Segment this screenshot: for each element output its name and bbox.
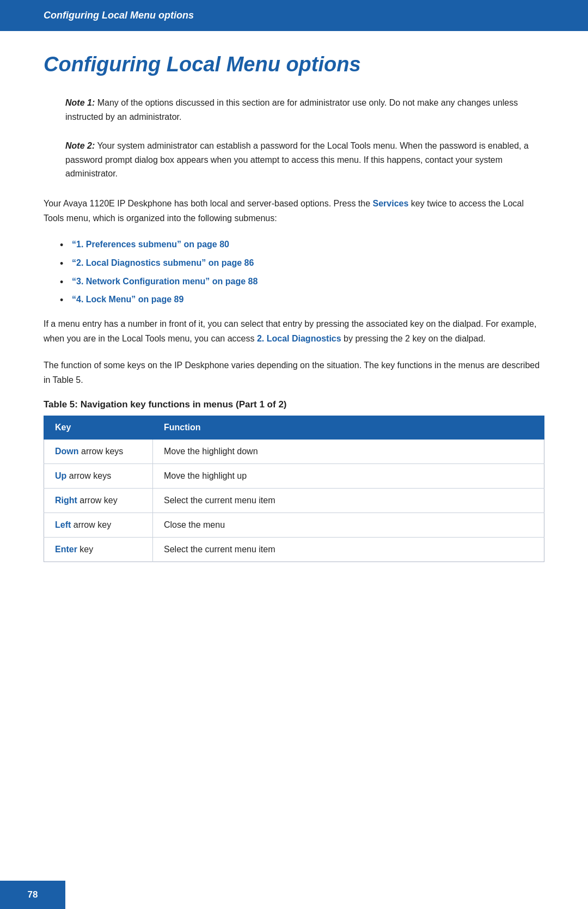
header-bar: Configuring Local Menu options <box>0 0 588 31</box>
services-link[interactable]: Services <box>373 199 409 208</box>
main-content: Configuring Local Menu options Note 1: M… <box>0 31 588 606</box>
table-cell-key-2: Up arrow keys <box>44 464 153 489</box>
footer-bar: 78 <box>0 881 65 909</box>
list-link-3[interactable]: “3. Network Configuration menu” on page … <box>72 277 258 286</box>
key-rest-enter: key <box>77 545 93 554</box>
key-link-enter[interactable]: Enter <box>55 545 77 554</box>
key-rest-up: arrow keys <box>66 471 111 480</box>
table-cell-func-1: Move the highlight down <box>153 440 544 464</box>
note-1-text: Many of the options discussed in this se… <box>65 98 518 121</box>
table-header-row: Key Function <box>44 416 544 440</box>
note-2-text: Your system administrator can establish … <box>65 141 529 178</box>
col-header-key: Key <box>44 416 153 440</box>
table-cell-func-4: Close the menu <box>153 513 544 538</box>
nav-table: Key Function Down arrow keys Move the hi… <box>44 416 544 562</box>
table-cell-key-1: Down arrow keys <box>44 440 153 464</box>
table-cell-key-4: Left arrow key <box>44 513 153 538</box>
list-item: “4. Lock Menu” on page 89 <box>60 292 544 307</box>
table-cell-func-2: Move the highlight up <box>153 464 544 489</box>
list-link-1[interactable]: “1. Preferences submenu” on page 80 <box>72 240 229 249</box>
table-cell-key-5: Enter key <box>44 538 153 562</box>
submenu-list: “1. Preferences submenu” on page 80 “2. … <box>60 237 544 306</box>
key-link-down[interactable]: Down <box>55 447 79 456</box>
table-row: Enter key Select the current menu item <box>44 538 544 562</box>
note-1-label: Note 1: <box>65 98 95 107</box>
table-row: Left arrow key Close the menu <box>44 513 544 538</box>
body-paragraph-1: If a menu entry has a number in front of… <box>44 316 544 346</box>
list-link-4[interactable]: “4. Lock Menu” on page 89 <box>72 295 183 304</box>
key-link-left[interactable]: Left <box>55 520 71 529</box>
table-row: Down arrow keys Move the highlight down <box>44 440 544 464</box>
body-para1-end: by pressing the 2 key on the dialpad. <box>341 334 486 343</box>
body-paragraph-2: The function of some keys on the IP Desk… <box>44 358 544 387</box>
list-item: “3. Network Configuration menu” on page … <box>60 274 544 289</box>
note-1: Note 1: Many of the options discussed in… <box>65 96 544 124</box>
table-cell-key-3: Right arrow key <box>44 489 153 513</box>
key-link-up[interactable]: Up <box>55 471 66 480</box>
table-row: Right arrow key Select the current menu … <box>44 489 544 513</box>
table-cell-func-3: Select the current menu item <box>153 489 544 513</box>
key-rest-left: arrow key <box>71 520 111 529</box>
table-row: Up arrow keys Move the highlight up <box>44 464 544 489</box>
key-link-right[interactable]: Right <box>55 496 77 505</box>
list-item: “1. Preferences submenu” on page 80 <box>60 237 544 252</box>
local-diagnostics-link[interactable]: 2. Local Diagnostics <box>257 334 341 343</box>
col-header-function: Function <box>153 416 544 440</box>
note-2-label: Note 2: <box>65 141 95 150</box>
table-title: Table 5: Navigation key functions in men… <box>44 399 544 410</box>
key-rest-right: arrow key <box>77 496 118 505</box>
list-item: “2. Local Diagnostics submenu” on page 8… <box>60 256 544 270</box>
table-cell-func-5: Select the current menu item <box>153 538 544 562</box>
key-rest-down: arrow keys <box>79 447 124 456</box>
list-link-2[interactable]: “2. Local Diagnostics submenu” on page 8… <box>72 258 254 267</box>
header-title: Configuring Local Menu options <box>44 10 194 21</box>
page-title: Configuring Local Menu options <box>44 53 544 76</box>
page-number: 78 <box>28 889 38 900</box>
intro-text: Your Avaya 1120E IP Deskphone has both l… <box>44 199 373 208</box>
intro-paragraph: Your Avaya 1120E IP Deskphone has both l… <box>44 196 544 225</box>
note-2: Note 2: Your system administrator can es… <box>65 139 544 181</box>
